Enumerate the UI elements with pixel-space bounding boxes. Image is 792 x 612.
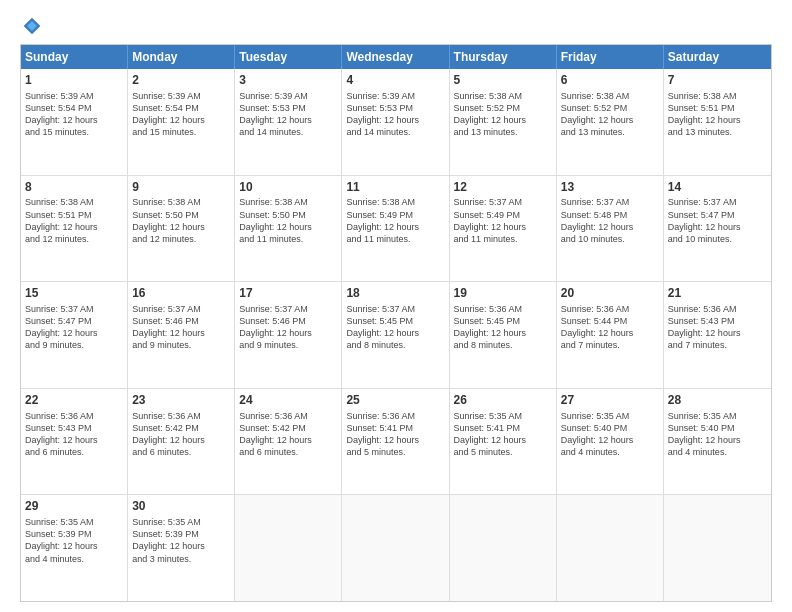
day-number: 29: [25, 498, 123, 515]
week-row-1: 8Sunrise: 5:38 AM Sunset: 5:51 PM Daylig…: [21, 175, 771, 282]
cell-data: Sunrise: 5:39 AM Sunset: 5:53 PM Dayligh…: [346, 90, 444, 139]
calendar-body: 1Sunrise: 5:39 AM Sunset: 5:54 PM Daylig…: [21, 69, 771, 601]
cell-data: Sunrise: 5:35 AM Sunset: 5:39 PM Dayligh…: [132, 516, 230, 565]
day-number: 2: [132, 72, 230, 89]
cell-data: Sunrise: 5:38 AM Sunset: 5:50 PM Dayligh…: [239, 196, 337, 245]
header-monday: Monday: [128, 45, 235, 69]
day-number: 13: [561, 179, 659, 196]
header: [20, 16, 772, 36]
cal-cell-3-4: 26Sunrise: 5:35 AM Sunset: 5:41 PM Dayli…: [450, 389, 557, 495]
cell-data: Sunrise: 5:37 AM Sunset: 5:45 PM Dayligh…: [346, 303, 444, 352]
week-row-0: 1Sunrise: 5:39 AM Sunset: 5:54 PM Daylig…: [21, 69, 771, 175]
cal-cell-3-1: 23Sunrise: 5:36 AM Sunset: 5:42 PM Dayli…: [128, 389, 235, 495]
cal-cell-4-3: [342, 495, 449, 601]
calendar: Sunday Monday Tuesday Wednesday Thursday…: [20, 44, 772, 602]
cell-data: Sunrise: 5:37 AM Sunset: 5:47 PM Dayligh…: [25, 303, 123, 352]
cell-data: Sunrise: 5:36 AM Sunset: 5:42 PM Dayligh…: [132, 410, 230, 459]
cal-cell-0-1: 2Sunrise: 5:39 AM Sunset: 5:54 PM Daylig…: [128, 69, 235, 175]
cal-cell-2-4: 19Sunrise: 5:36 AM Sunset: 5:45 PM Dayli…: [450, 282, 557, 388]
header-tuesday: Tuesday: [235, 45, 342, 69]
day-number: 10: [239, 179, 337, 196]
cell-data: Sunrise: 5:35 AM Sunset: 5:41 PM Dayligh…: [454, 410, 552, 459]
week-row-4: 29Sunrise: 5:35 AM Sunset: 5:39 PM Dayli…: [21, 494, 771, 601]
day-number: 26: [454, 392, 552, 409]
cell-data: Sunrise: 5:37 AM Sunset: 5:49 PM Dayligh…: [454, 196, 552, 245]
day-number: 27: [561, 392, 659, 409]
header-thursday: Thursday: [450, 45, 557, 69]
day-number: 16: [132, 285, 230, 302]
cal-cell-2-1: 16Sunrise: 5:37 AM Sunset: 5:46 PM Dayli…: [128, 282, 235, 388]
cell-data: Sunrise: 5:39 AM Sunset: 5:54 PM Dayligh…: [25, 90, 123, 139]
cell-data: Sunrise: 5:37 AM Sunset: 5:46 PM Dayligh…: [239, 303, 337, 352]
day-number: 25: [346, 392, 444, 409]
day-number: 4: [346, 72, 444, 89]
cell-data: Sunrise: 5:35 AM Sunset: 5:40 PM Dayligh…: [561, 410, 659, 459]
cal-cell-4-0: 29Sunrise: 5:35 AM Sunset: 5:39 PM Dayli…: [21, 495, 128, 601]
cal-cell-1-6: 14Sunrise: 5:37 AM Sunset: 5:47 PM Dayli…: [664, 176, 771, 282]
cal-cell-3-6: 28Sunrise: 5:35 AM Sunset: 5:40 PM Dayli…: [664, 389, 771, 495]
cal-cell-2-3: 18Sunrise: 5:37 AM Sunset: 5:45 PM Dayli…: [342, 282, 449, 388]
day-number: 22: [25, 392, 123, 409]
header-friday: Friday: [557, 45, 664, 69]
cell-data: Sunrise: 5:38 AM Sunset: 5:50 PM Dayligh…: [132, 196, 230, 245]
cal-cell-2-5: 20Sunrise: 5:36 AM Sunset: 5:44 PM Dayli…: [557, 282, 664, 388]
header-saturday: Saturday: [664, 45, 771, 69]
cal-cell-0-4: 5Sunrise: 5:38 AM Sunset: 5:52 PM Daylig…: [450, 69, 557, 175]
cell-data: Sunrise: 5:38 AM Sunset: 5:51 PM Dayligh…: [25, 196, 123, 245]
day-number: 17: [239, 285, 337, 302]
day-number: 6: [561, 72, 659, 89]
calendar-header: Sunday Monday Tuesday Wednesday Thursday…: [21, 45, 771, 69]
header-wednesday: Wednesday: [342, 45, 449, 69]
day-number: 21: [668, 285, 767, 302]
cal-cell-4-2: [235, 495, 342, 601]
cell-data: Sunrise: 5:36 AM Sunset: 5:45 PM Dayligh…: [454, 303, 552, 352]
logo: [20, 16, 42, 36]
cal-cell-0-6: 7Sunrise: 5:38 AM Sunset: 5:51 PM Daylig…: [664, 69, 771, 175]
cal-cell-0-0: 1Sunrise: 5:39 AM Sunset: 5:54 PM Daylig…: [21, 69, 128, 175]
cal-cell-0-3: 4Sunrise: 5:39 AM Sunset: 5:53 PM Daylig…: [342, 69, 449, 175]
cal-cell-4-1: 30Sunrise: 5:35 AM Sunset: 5:39 PM Dayli…: [128, 495, 235, 601]
day-number: 7: [668, 72, 767, 89]
cal-cell-1-0: 8Sunrise: 5:38 AM Sunset: 5:51 PM Daylig…: [21, 176, 128, 282]
cal-cell-1-2: 10Sunrise: 5:38 AM Sunset: 5:50 PM Dayli…: [235, 176, 342, 282]
day-number: 9: [132, 179, 230, 196]
cal-cell-1-3: 11Sunrise: 5:38 AM Sunset: 5:49 PM Dayli…: [342, 176, 449, 282]
cell-data: Sunrise: 5:38 AM Sunset: 5:49 PM Dayligh…: [346, 196, 444, 245]
day-number: 18: [346, 285, 444, 302]
cell-data: Sunrise: 5:35 AM Sunset: 5:40 PM Dayligh…: [668, 410, 767, 459]
cal-cell-4-4: [450, 495, 557, 601]
cell-data: Sunrise: 5:35 AM Sunset: 5:39 PM Dayligh…: [25, 516, 123, 565]
cal-cell-3-0: 22Sunrise: 5:36 AM Sunset: 5:43 PM Dayli…: [21, 389, 128, 495]
cell-data: Sunrise: 5:36 AM Sunset: 5:43 PM Dayligh…: [25, 410, 123, 459]
cal-cell-1-5: 13Sunrise: 5:37 AM Sunset: 5:48 PM Dayli…: [557, 176, 664, 282]
cell-data: Sunrise: 5:37 AM Sunset: 5:48 PM Dayligh…: [561, 196, 659, 245]
week-row-2: 15Sunrise: 5:37 AM Sunset: 5:47 PM Dayli…: [21, 281, 771, 388]
cal-cell-3-2: 24Sunrise: 5:36 AM Sunset: 5:42 PM Dayli…: [235, 389, 342, 495]
header-sunday: Sunday: [21, 45, 128, 69]
day-number: 30: [132, 498, 230, 515]
day-number: 28: [668, 392, 767, 409]
cal-cell-1-4: 12Sunrise: 5:37 AM Sunset: 5:49 PM Dayli…: [450, 176, 557, 282]
day-number: 20: [561, 285, 659, 302]
cell-data: Sunrise: 5:38 AM Sunset: 5:52 PM Dayligh…: [454, 90, 552, 139]
logo-icon: [22, 16, 42, 36]
cal-cell-3-5: 27Sunrise: 5:35 AM Sunset: 5:40 PM Dayli…: [557, 389, 664, 495]
cell-data: Sunrise: 5:36 AM Sunset: 5:44 PM Dayligh…: [561, 303, 659, 352]
cell-data: Sunrise: 5:36 AM Sunset: 5:43 PM Dayligh…: [668, 303, 767, 352]
cell-data: Sunrise: 5:39 AM Sunset: 5:53 PM Dayligh…: [239, 90, 337, 139]
cell-data: Sunrise: 5:36 AM Sunset: 5:42 PM Dayligh…: [239, 410, 337, 459]
cal-cell-2-6: 21Sunrise: 5:36 AM Sunset: 5:43 PM Dayli…: [664, 282, 771, 388]
cal-cell-4-5: [557, 495, 664, 601]
cal-cell-0-2: 3Sunrise: 5:39 AM Sunset: 5:53 PM Daylig…: [235, 69, 342, 175]
cal-cell-4-6: [664, 495, 771, 601]
day-number: 23: [132, 392, 230, 409]
cell-data: Sunrise: 5:36 AM Sunset: 5:41 PM Dayligh…: [346, 410, 444, 459]
day-number: 15: [25, 285, 123, 302]
cell-data: Sunrise: 5:38 AM Sunset: 5:52 PM Dayligh…: [561, 90, 659, 139]
page: Sunday Monday Tuesday Wednesday Thursday…: [0, 0, 792, 612]
week-row-3: 22Sunrise: 5:36 AM Sunset: 5:43 PM Dayli…: [21, 388, 771, 495]
day-number: 19: [454, 285, 552, 302]
cal-cell-2-2: 17Sunrise: 5:37 AM Sunset: 5:46 PM Dayli…: [235, 282, 342, 388]
cell-data: Sunrise: 5:39 AM Sunset: 5:54 PM Dayligh…: [132, 90, 230, 139]
cal-cell-1-1: 9Sunrise: 5:38 AM Sunset: 5:50 PM Daylig…: [128, 176, 235, 282]
